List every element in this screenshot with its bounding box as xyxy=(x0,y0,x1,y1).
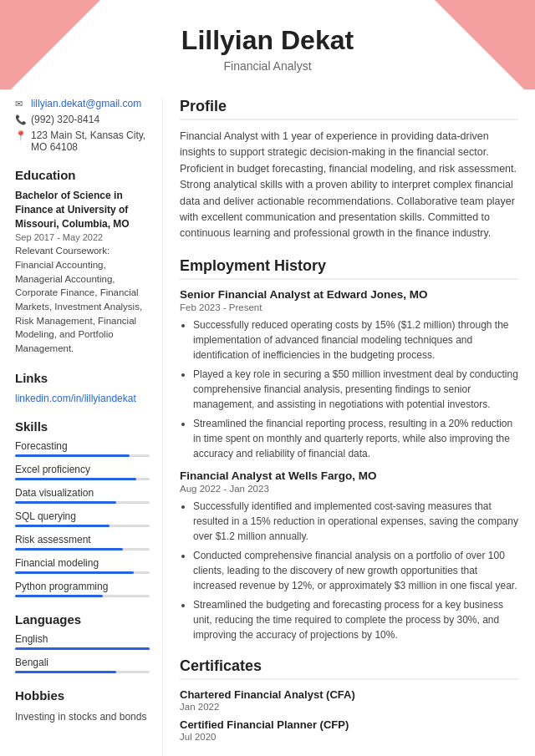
skill-bar-bg xyxy=(15,571,150,574)
hobbies-text: Investing in stocks and bonds xyxy=(15,709,150,724)
profile-section: Profile Financial Analyst with 1 year of… xyxy=(180,98,518,242)
skill-bar-fill xyxy=(15,454,130,457)
cert-entry: Certified Financial Planner (CFP) Jul 20… xyxy=(180,718,518,742)
employment-title: Employment History xyxy=(180,257,518,280)
job-bullet: Successfully identified and implemented … xyxy=(193,499,518,544)
job-dates: Aug 2022 - Jan 2023 xyxy=(180,484,518,494)
skill-bar-fill xyxy=(15,478,136,480)
address-text: 123 Main St, Kansas City, MO 64108 xyxy=(31,129,150,153)
skill-label: Risk assessment xyxy=(15,534,150,545)
cert-date: Jan 2022 xyxy=(180,702,518,712)
languages-section: Languages English Bengali xyxy=(15,612,150,673)
hobbies-title: Hobbies xyxy=(15,688,150,703)
skill-bar-bg xyxy=(15,525,150,527)
skill-label: Forecasting xyxy=(15,440,150,452)
skills-section: Skills Forecasting Excel proficiency Dat… xyxy=(15,419,150,597)
skill-item: Data visualization xyxy=(15,487,150,504)
job-bullet: Streamlined the budgeting and forecastin… xyxy=(193,597,518,642)
cert-date: Jul 2020 xyxy=(180,732,518,742)
edu-dates: Sep 2017 - May 2022 xyxy=(15,232,150,242)
skill-item: Risk assessment xyxy=(15,534,150,551)
skill-bar-fill xyxy=(15,525,110,527)
job-bullet: Conducted comprehensive financial analys… xyxy=(193,548,518,593)
email-item: ✉ lillyian.dekat@gmail.com xyxy=(15,98,150,109)
language-item: Bengali xyxy=(15,657,150,673)
candidate-name: Lillyian Dekat xyxy=(17,25,518,56)
language-bar-bg xyxy=(15,647,150,650)
skill-label: Python programming xyxy=(15,581,150,592)
profile-title: Profile xyxy=(180,98,518,120)
job-bullets: Successfully identified and implemented … xyxy=(180,499,518,642)
cert-entry: Chartered Financial Analyst (CFA) Jan 20… xyxy=(180,688,518,712)
skill-item: SQL querying xyxy=(15,510,150,527)
candidate-title: Financial Analyst xyxy=(17,59,518,73)
job-title: Senior Financial Analyst at Edward Jones… xyxy=(180,288,518,301)
education-title: Education xyxy=(15,168,150,182)
language-label: English xyxy=(15,633,150,645)
job-bullet: Successfully reduced operating costs by … xyxy=(193,317,518,363)
skill-item: Forecasting xyxy=(15,440,150,457)
skill-bar-fill xyxy=(15,501,116,504)
skill-label: Financial modeling xyxy=(15,557,150,569)
profile-text: Financial Analyst with 1 year of experie… xyxy=(180,129,518,242)
language-bar-fill xyxy=(15,671,116,673)
location-icon: 📍 xyxy=(15,130,27,141)
job-bullet: Played a key role in securing a $50 mill… xyxy=(193,367,518,412)
cert-name: Certified Financial Planner (CFP) xyxy=(180,718,518,731)
skill-label: Excel proficiency xyxy=(15,464,150,475)
skill-bar-bg xyxy=(15,478,150,480)
contact-section: ✉ lillyian.dekat@gmail.com 📞 (992) 320-8… xyxy=(15,98,150,153)
sidebar: ✉ lillyian.dekat@gmail.com 📞 (992) 320-8… xyxy=(0,98,163,756)
skill-item: Excel proficiency xyxy=(15,464,150,480)
edu-degree: Bachelor of Science in Finance at Univer… xyxy=(15,189,150,231)
skill-bar-fill xyxy=(15,571,134,574)
job-entry: Senior Financial Analyst at Edward Jones… xyxy=(180,288,518,461)
skill-bar-bg xyxy=(15,548,150,551)
links-section: Links linkedin.com/in/lillyiandekat xyxy=(15,371,150,404)
resume-header: Lillyian Dekat Financial Analyst xyxy=(0,0,535,89)
cert-name: Chartered Financial Analyst (CFA) xyxy=(180,688,518,701)
phone-text: (992) 320-8414 xyxy=(31,114,99,125)
job-title: Financial Analyst at Wells Fargo, MO xyxy=(180,469,518,482)
address-item: 📍 123 Main St, Kansas City, MO 64108 xyxy=(15,129,150,153)
skill-bar-bg xyxy=(15,595,150,597)
job-bullets: Successfully reduced operating costs by … xyxy=(180,317,518,461)
language-label: Bengali xyxy=(15,657,150,668)
phone-item: 📞 (992) 320-8414 xyxy=(15,114,150,125)
skill-item: Financial modeling xyxy=(15,557,150,574)
skills-list: Forecasting Excel proficiency Data visua… xyxy=(15,440,150,597)
linkedin-item: linkedin.com/in/lillyiandekat xyxy=(15,392,150,404)
phone-icon: 📞 xyxy=(15,114,27,125)
job-dates: Feb 2023 - Present xyxy=(180,302,518,312)
email-link[interactable]: lillyian.dekat@gmail.com xyxy=(31,98,141,109)
links-title: Links xyxy=(15,371,150,385)
skill-item: Python programming xyxy=(15,581,150,597)
skill-bar-fill xyxy=(15,595,103,597)
hobbies-section: Hobbies Investing in stocks and bonds xyxy=(15,688,150,724)
skill-label: SQL querying xyxy=(15,510,150,522)
employment-section: Employment History Senior Financial Anal… xyxy=(180,257,518,642)
edu-coursework: Relevant Coursework: Financial Accountin… xyxy=(15,244,150,355)
skill-bar-bg xyxy=(15,454,150,457)
skills-title: Skills xyxy=(15,419,150,434)
languages-list: English Bengali xyxy=(15,633,150,673)
main-content: Profile Financial Analyst with 1 year of… xyxy=(163,98,535,756)
linkedin-link[interactable]: linkedin.com/in/lillyiandekat xyxy=(15,393,136,404)
education-section: Education Bachelor of Science in Finance… xyxy=(15,168,150,356)
language-bar-fill xyxy=(15,647,150,650)
job-bullet: Streamlined the financial reporting proc… xyxy=(193,416,518,461)
skill-bar-bg xyxy=(15,501,150,504)
certs-list: Chartered Financial Analyst (CFA) Jan 20… xyxy=(180,688,518,742)
language-bar-bg xyxy=(15,671,150,673)
body-layout: ✉ lillyian.dekat@gmail.com 📞 (992) 320-8… xyxy=(0,89,535,756)
skill-label: Data visualization xyxy=(15,487,150,499)
email-icon: ✉ xyxy=(15,99,27,109)
jobs-list: Senior Financial Analyst at Edward Jones… xyxy=(180,288,518,642)
certificates-section: Certificates Chartered Financial Analyst… xyxy=(180,657,518,742)
certificates-title: Certificates xyxy=(180,657,518,680)
languages-title: Languages xyxy=(15,612,150,627)
language-item: English xyxy=(15,633,150,650)
skill-bar-fill xyxy=(15,548,123,551)
job-entry: Financial Analyst at Wells Fargo, MO Aug… xyxy=(180,469,518,642)
